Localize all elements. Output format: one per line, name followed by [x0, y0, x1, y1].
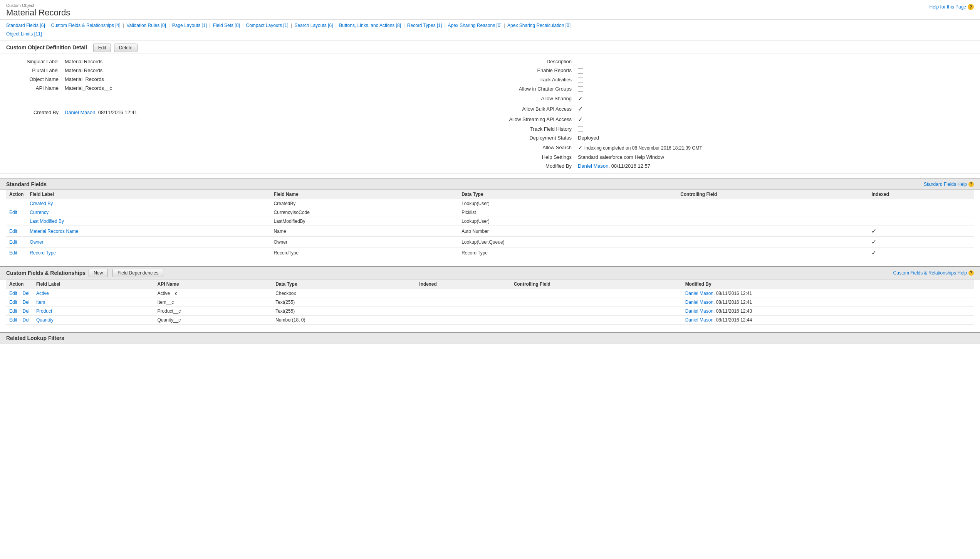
allow-streaming-value: ✓ — [575, 114, 980, 125]
allow-sharing-value: ✓ — [575, 93, 980, 104]
page-header: Help for this Page ? Custom Object Mater… — [0, 0, 980, 20]
standard-fields-section: Standard Fields Standard Fields Help ? A… — [0, 178, 980, 261]
custom-fields-help-icon: ? — [968, 270, 974, 276]
last-modified-by-link[interactable]: Last Modified By — [30, 219, 64, 224]
deployment-status-label: Deployment Status — [490, 133, 575, 142]
definition-detail-section: Custom Object Definition Detail Edit Del… — [0, 40, 980, 174]
section-header-definition: Custom Object Definition Detail Edit Del… — [0, 40, 980, 54]
edit-record-type-link[interactable]: Edit — [9, 250, 17, 256]
plural-label-label: Plural Label — [0, 66, 62, 75]
edit-owner-link[interactable]: Edit — [9, 239, 17, 245]
created-by-link[interactable]: Daniel Mason — [65, 109, 96, 115]
new-custom-field-button[interactable]: New — [89, 269, 108, 277]
edit-quantity-link[interactable]: Edit — [9, 317, 17, 323]
field-dependencies-button[interactable]: Field Dependencies — [112, 269, 163, 277]
delete-button[interactable]: Delete — [114, 44, 138, 52]
nav-standard-fields[interactable]: Standard Fields [6] — [6, 23, 45, 28]
nav-tabs: Standard Fields [6] | Custom Fields & Re… — [0, 20, 980, 40]
allow-sharing-label: Allow Sharing — [490, 93, 575, 104]
nav-page-layouts[interactable]: Page Layouts [1] — [172, 23, 207, 28]
table-row: Edit | Del Item Item__c Text(255) Daniel… — [6, 298, 974, 307]
product-label-link[interactable]: Product — [36, 308, 52, 314]
cf-col-indexed: Indexed — [416, 280, 510, 289]
allow-search-label: Allow Search — [490, 142, 575, 153]
item-label-link[interactable]: Item — [36, 300, 45, 305]
api-name-label: API Name — [0, 84, 62, 93]
col-action: Action — [6, 190, 27, 199]
quantity-modified-by-link[interactable]: Daniel Mason — [685, 317, 713, 323]
del-active-link[interactable]: Del — [23, 291, 30, 296]
standard-fields-title: Standard Fields — [6, 181, 47, 187]
nav-search-layouts[interactable]: Search Layouts [6] — [294, 23, 333, 28]
custom-fields-title: Custom Fields & Relationships — [6, 270, 86, 276]
edit-item-link[interactable]: Edit — [9, 300, 17, 305]
nav-custom-fields[interactable]: Custom Fields & Relationships [4] — [51, 23, 121, 28]
table-row: Edit Record Type RecordType Record Type … — [6, 248, 974, 258]
table-row: Created By CreatedBy Lookup(User) — [6, 199, 974, 208]
edit-name-link[interactable]: Edit — [9, 229, 17, 234]
field-label-link[interactable]: Created By — [30, 201, 53, 206]
created-by-label: Created By — [0, 108, 62, 117]
singular-label-label: Singular Label — [0, 57, 62, 66]
cf-col-controlling-field: Controlling Field — [511, 280, 682, 289]
help-settings-label: Help Settings — [490, 153, 575, 162]
help-for-page-link[interactable]: Help for this Page ? — [930, 4, 974, 10]
material-records-name-link[interactable]: Material Records Name — [30, 229, 78, 234]
product-modified-by-link[interactable]: Daniel Mason — [685, 308, 713, 314]
cf-col-modified-by: Modified By — [682, 280, 974, 289]
track-field-history-label: Track Field History — [490, 125, 575, 134]
standard-fields-table: Action Field Label Field Name Data Type … — [6, 190, 974, 258]
standard-fields-help-link[interactable]: Standard Fields Help — [924, 182, 967, 187]
active-label-link[interactable]: Active — [36, 291, 49, 296]
nav-apex-sharing[interactable]: Apex Sharing Reasons [0] — [448, 23, 501, 28]
definition-title: Custom Object Definition Detail — [6, 44, 87, 51]
related-lookup-title: Related Lookup Filters — [6, 335, 974, 341]
table-row: Edit | Del Product Product__c Text(255) … — [6, 307, 974, 316]
object-name-label: Object Name — [0, 75, 62, 84]
modified-by-value: Daniel Mason, 08/11/2016 12:57 — [575, 162, 980, 170]
allow-search-value: ✓ Indexing completed on 08 November 2016… — [575, 142, 980, 153]
nav-validation-rules[interactable]: Validation Rules [0] — [126, 23, 166, 28]
del-quantity-link[interactable]: Del — [23, 317, 30, 323]
table-row: Edit | Del Active Active__c Checkbox Dan… — [6, 289, 974, 298]
enable-reports-label: Enable Reports — [490, 66, 575, 75]
description-value — [575, 57, 980, 66]
modified-by-link[interactable]: Daniel Mason — [578, 163, 609, 169]
enable-reports-value — [575, 66, 980, 75]
cf-col-field-label: Field Label — [33, 280, 154, 289]
allow-bulk-api-label: Allow Bulk API Access — [490, 104, 575, 114]
api-name-value: Material_Records__c — [62, 84, 490, 93]
allow-chatter-label: Allow in Chatter Groups — [490, 84, 575, 93]
item-modified-by-link[interactable]: Daniel Mason — [685, 300, 713, 305]
custom-fields-help-link[interactable]: Custom Fields & Relationships Help — [893, 270, 967, 276]
related-lookup-section: Related Lookup Filters — [0, 332, 980, 343]
page-title: Material Records — [6, 8, 974, 18]
custom-fields-section: Custom Fields & Relationships New Field … — [0, 266, 980, 328]
created-by-value: Daniel Mason, 08/11/2016 12:41 — [62, 108, 490, 117]
custom-fields-table: Action Field Label API Name Data Type In… — [6, 280, 974, 325]
allow-chatter-value — [575, 84, 980, 93]
nav-compact-layouts[interactable]: Compact Layouts [1] — [246, 23, 289, 28]
active-modified-by-link[interactable]: Daniel Mason — [685, 291, 713, 296]
nav-buttons-links[interactable]: Buttons, Links, and Actions [8] — [339, 23, 401, 28]
owner-link[interactable]: Owner — [30, 239, 43, 245]
nav-object-limits[interactable]: Object Limits [11] — [6, 31, 42, 37]
currency-link[interactable]: Currency — [30, 210, 49, 215]
del-product-link[interactable]: Del — [23, 308, 30, 314]
quantity-label-link[interactable]: Quantity — [36, 317, 54, 323]
table-row: Last Modified By LastModifiedBy Lookup(U… — [6, 217, 974, 226]
description-label: Description — [490, 57, 575, 66]
cf-col-data-type: Data Type — [272, 280, 416, 289]
nav-field-sets[interactable]: Field Sets [0] — [213, 23, 240, 28]
del-item-link[interactable]: Del — [23, 300, 30, 305]
nav-apex-recalc[interactable]: Apex Sharing Recalculation [0] — [507, 23, 571, 28]
edit-active-link[interactable]: Edit — [9, 291, 17, 296]
table-row: Edit Material Records Name Name Auto Num… — [6, 226, 974, 237]
nav-record-types[interactable]: Record Types [1] — [407, 23, 442, 28]
record-type-link[interactable]: Record Type — [30, 250, 56, 256]
edit-currency-link[interactable]: Edit — [9, 210, 17, 215]
table-row: Edit | Del Quantity Quanity__c Number(18… — [6, 316, 974, 325]
edit-product-link[interactable]: Edit — [9, 308, 17, 314]
edit-button[interactable]: Edit — [93, 44, 111, 52]
standard-fields-help-icon: ? — [968, 182, 974, 187]
